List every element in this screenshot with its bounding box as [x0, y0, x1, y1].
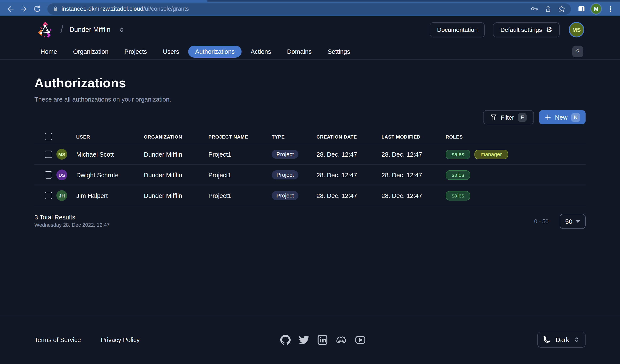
nav-item-actions[interactable]: Actions — [244, 46, 278, 58]
youtube-icon[interactable] — [356, 334, 366, 345]
documentation-button[interactable]: Documentation — [430, 22, 485, 37]
browser-menu-icon[interactable] — [607, 5, 614, 12]
terms-of-service-link[interactable]: Terms of Service — [34, 336, 81, 343]
creation-date-cell: 28. Dec, 12:47 — [315, 171, 380, 178]
results-timestamp: Wednesday 28. Dec 2022, 12:47 — [34, 222, 109, 228]
project-name-cell: Project1 — [207, 151, 270, 158]
page-range: 0 - 50 — [534, 218, 549, 225]
new-label: New — [555, 114, 567, 121]
last-modified-cell: 28. Dec, 12:47 — [380, 192, 444, 199]
browser-forward-button[interactable] — [18, 3, 29, 15]
paginator: 0 - 50 50 — [534, 214, 586, 229]
browser-tab-strip — [0, 0, 620, 2]
unfold-chevrons-icon — [574, 336, 580, 343]
theme-select[interactable]: Dark — [538, 332, 586, 348]
privacy-policy-link[interactable]: Privacy Policy — [101, 336, 140, 343]
organization-cell: Dunder Mifflin — [142, 151, 207, 158]
table-header-row: USER ORGANIZATION PROJECT NAME TYPE CREA… — [34, 130, 586, 144]
moon-icon — [543, 336, 551, 344]
column-header-project-name: PROJECT NAME — [207, 134, 270, 139]
screen: instance1-dkmnzw.zitadel.cloud/ui/consol… — [0, 0, 620, 364]
linkedin-icon[interactable] — [318, 334, 328, 345]
back-arrow-icon — [7, 5, 15, 13]
filter-shortcut-badge: F — [518, 113, 527, 121]
caret-down-icon — [576, 220, 580, 223]
share-icon[interactable] — [545, 5, 552, 12]
side-panel-icon[interactable] — [578, 5, 585, 13]
url-text: instance1-dkmnzw.zitadel.cloud/ui/consol… — [62, 6, 527, 12]
nav-item-settings[interactable]: Settings — [321, 46, 357, 58]
default-settings-label: Default settings — [500, 26, 542, 33]
role-badge-manager: manager — [474, 150, 508, 159]
default-settings-button[interactable]: Default settings⚙ — [493, 22, 560, 37]
filter-button[interactable]: Filter F — [483, 110, 534, 124]
org-name: Dunder Mifflin — [69, 26, 110, 33]
zitadel-logo-icon[interactable] — [37, 21, 53, 38]
browser-back-button[interactable] — [5, 3, 16, 15]
type-badge: Project — [272, 170, 299, 180]
nav-item-organization[interactable]: Organization — [66, 46, 115, 58]
bookmark-star-icon[interactable] — [558, 5, 565, 13]
column-header-roles: ROLES — [444, 134, 586, 139]
table-row[interactable]: JH Jim Halpert Dunder Mifflin Project1 P… — [34, 185, 586, 206]
filter-label: Filter — [501, 114, 514, 121]
twitter-icon[interactable] — [299, 334, 309, 345]
select-all-checkbox[interactable] — [45, 133, 52, 140]
type-badge: Project — [272, 150, 299, 159]
avatar: MS — [56, 149, 67, 160]
page-size-select[interactable]: 50 — [560, 214, 586, 229]
total-results: 3 Total Results — [34, 214, 109, 221]
results-summary: 3 Total Results Wednesday 28. Dec 2022, … — [34, 214, 109, 228]
avatar: DS — [56, 169, 67, 180]
url-host: instance1-dkmnzw.zitadel.cloud — [62, 6, 143, 12]
theme-label: Dark — [556, 336, 569, 343]
new-button[interactable]: New N — [539, 110, 586, 124]
user-name: Michael Scott — [76, 151, 114, 158]
main-nav: Home Organization Projects Users Authori… — [0, 44, 620, 59]
breadcrumb-slash: / — [60, 23, 63, 36]
organization-cell: Dunder Mifflin — [142, 171, 207, 178]
row-checkbox[interactable] — [45, 192, 52, 199]
nav-item-home[interactable]: Home — [33, 46, 64, 58]
creation-date-cell: 28. Dec, 12:47 — [315, 151, 380, 158]
column-header-creation-date: CREATION DATE — [315, 134, 380, 139]
project-name-cell: Project1 — [207, 192, 270, 199]
github-icon[interactable] — [280, 334, 291, 345]
user-name: Dwight Schrute — [76, 171, 119, 178]
page-subtitle: These are all authorizations on your org… — [34, 96, 586, 103]
column-header-last-modified: LAST MODIFIED — [380, 134, 444, 139]
project-name-cell: Project1 — [207, 171, 270, 178]
authorizations-table: USER ORGANIZATION PROJECT NAME TYPE CREA… — [34, 130, 586, 206]
browser-reload-button[interactable] — [31, 3, 42, 15]
role-badge-sales: sales — [446, 170, 470, 180]
lock-icon — [53, 6, 58, 12]
discord-icon[interactable] — [336, 334, 347, 345]
row-checkbox[interactable] — [45, 171, 52, 179]
nav-item-users[interactable]: Users — [156, 46, 186, 58]
password-key-icon[interactable] — [531, 5, 538, 13]
nav-item-authorizations[interactable]: Authorizations — [188, 46, 242, 58]
column-header-user: USER — [54, 134, 142, 139]
page-title: Authorizations — [34, 76, 586, 90]
reload-icon — [33, 5, 40, 13]
browser-toolbar: instance1-dkmnzw.zitadel.cloud/ui/consol… — [0, 2, 620, 16]
address-bar[interactable]: instance1-dkmnzw.zitadel.cloud/ui/consol… — [47, 3, 571, 15]
url-path: /ui/console/grants — [143, 6, 189, 12]
active-browser-tab — [0, 0, 208, 2]
filter-funnel-icon — [490, 114, 497, 121]
table-row[interactable]: MS Michael Scott Dunder Mifflin Project1… — [34, 144, 586, 165]
row-checkbox[interactable] — [45, 151, 52, 158]
column-header-type: TYPE — [270, 134, 315, 139]
browser-profile-avatar[interactable]: M — [591, 4, 601, 14]
nav-item-domains[interactable]: Domains — [280, 46, 318, 58]
last-modified-cell: 28. Dec, 12:47 — [380, 151, 444, 158]
creation-date-cell: 28. Dec, 12:47 — [315, 192, 380, 199]
user-avatar[interactable]: MS — [570, 23, 583, 37]
avatar: JH — [56, 190, 67, 201]
type-badge: Project — [272, 191, 299, 200]
org-switcher[interactable]: Dunder Mifflin — [69, 26, 125, 33]
nav-item-projects[interactable]: Projects — [118, 46, 154, 58]
role-badge-sales: sales — [446, 150, 470, 159]
table-row[interactable]: DS Dwight Schrute Dunder Mifflin Project… — [34, 165, 586, 185]
help-button[interactable]: ? — [572, 46, 583, 57]
